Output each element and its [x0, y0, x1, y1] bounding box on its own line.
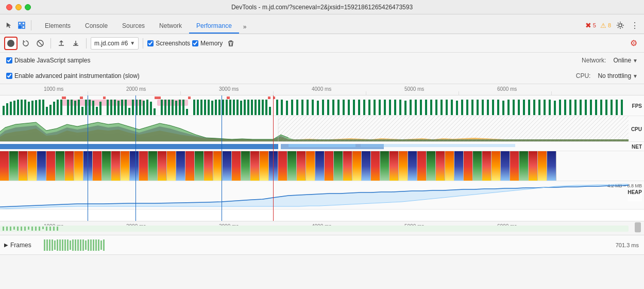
- cpu-dropdown[interactable]: No throttling ▼: [598, 72, 638, 79]
- more-options-icon[interactable]: ⋮: [630, 20, 640, 30]
- frame-thumbnail: [362, 151, 371, 181]
- svg-rect-141: [549, 100, 551, 115]
- frame-thumbnail: [445, 151, 454, 181]
- toolbar: m.jd.com #6 ▼ Screenshots Memory ⚙: [0, 34, 644, 53]
- svg-rect-134: [513, 100, 515, 115]
- reload-button[interactable]: [20, 37, 32, 50]
- record-button[interactable]: [4, 37, 18, 50]
- svg-rect-57: [154, 108, 156, 115]
- screenshots-checkbox[interactable]: [147, 40, 154, 46]
- svg-rect-155: [621, 100, 623, 115]
- heap-label: HEAP: [628, 189, 642, 201]
- frame-thumbnail: [111, 151, 121, 181]
- svg-rect-136: [523, 100, 525, 115]
- inspect-icon[interactable]: [16, 20, 27, 30]
- svg-rect-145: [569, 100, 571, 115]
- memory-checkbox[interactable]: [192, 40, 198, 46]
- memory-checkbox-label[interactable]: Memory: [192, 40, 223, 47]
- svg-rect-54: [143, 101, 145, 115]
- svg-rect-191: [80, 239, 81, 251]
- settings-icon[interactable]: [615, 20, 625, 30]
- scroll-right-icon[interactable]: [635, 222, 641, 234]
- minimize-button[interactable]: [15, 4, 22, 10]
- tab-more[interactable]: »: [239, 20, 251, 34]
- tab-sources[interactable]: Sources: [115, 19, 152, 34]
- network-dropdown[interactable]: Online ▼: [613, 57, 638, 64]
- disable-js-checkbox[interactable]: [6, 57, 12, 63]
- svg-rect-128: [482, 100, 484, 115]
- window-controls: [6, 4, 31, 10]
- tab-elements[interactable]: Elements: [38, 19, 78, 34]
- svg-rect-85: [262, 100, 264, 115]
- clear-button[interactable]: [34, 37, 46, 50]
- frame-thumbnail: [427, 151, 436, 181]
- net-track: NET: [0, 142, 644, 151]
- svg-rect-56: [150, 102, 152, 115]
- svg-rect-166: [24, 227, 26, 231]
- svg-rect-83: [255, 100, 257, 115]
- bottom-ruler: 1000 ms 2000 ms 3000 ms 4000 ms 5000 ms …: [0, 221, 644, 235]
- close-button[interactable]: [6, 4, 12, 10]
- svg-rect-172: [46, 227, 47, 231]
- svg-rect-26: [35, 100, 37, 115]
- svg-rect-162: [10, 227, 11, 231]
- warning-count: 8: [608, 22, 611, 28]
- options-row-2: Enable advanced paint instrumentation (s…: [0, 68, 644, 84]
- disable-js-checkbox-label[interactable]: Disable JavaScript samples: [6, 57, 90, 64]
- cpu-label: CPU:: [576, 72, 591, 79]
- svg-rect-29: [46, 107, 48, 115]
- tab-network[interactable]: Network: [152, 19, 189, 34]
- frame-thumbnail: [501, 151, 510, 181]
- svg-rect-86: [265, 100, 267, 115]
- svg-rect-173: [49, 227, 51, 231]
- svg-rect-9: [103, 97, 106, 99]
- svg-rect-39: [85, 100, 87, 115]
- svg-rect-199: [100, 240, 102, 250]
- enable-paint-checkbox[interactable]: [6, 73, 12, 79]
- profile-selector[interactable]: m.jd.com #6 ▼: [91, 37, 139, 50]
- svg-rect-62: [175, 101, 177, 115]
- upload-icon[interactable]: [55, 37, 67, 50]
- download-icon[interactable]: [70, 37, 82, 50]
- svg-rect-178: [46, 239, 48, 251]
- frame-thumbnail: [492, 151, 501, 181]
- svg-rect-91: [291, 100, 293, 115]
- fps-track: FPS // We'll inline the SVG bars using a…: [0, 95, 644, 116]
- maximize-button[interactable]: [25, 4, 31, 10]
- svg-rect-17: [3, 106, 5, 115]
- svg-rect-65: [186, 109, 188, 115]
- svg-rect-102: [348, 100, 350, 115]
- frame-thumbnail: [93, 151, 102, 181]
- performance-settings-icon[interactable]: ⚙: [628, 37, 640, 50]
- toolbar-icons: [4, 20, 33, 34]
- enable-paint-checkbox-label[interactable]: Enable advanced paint instrumentation (s…: [6, 72, 140, 79]
- frame-thumbnail: [519, 151, 529, 181]
- screenshots-checkbox-label[interactable]: Screenshots: [147, 40, 190, 47]
- frame-thumbnail: [334, 151, 343, 181]
- svg-rect-142: [554, 101, 556, 115]
- svg-rect-101: [343, 100, 345, 115]
- svg-rect-177: [44, 239, 45, 251]
- range-selector[interactable]: [0, 221, 644, 235]
- tab-console[interactable]: Console: [78, 19, 115, 34]
- frame-thumbnail: [482, 151, 492, 181]
- frames-screenshots-track: [0, 151, 644, 181]
- trash-icon[interactable]: [225, 37, 237, 50]
- frame-thumbnail: [529, 151, 538, 181]
- svg-rect-51: [132, 100, 134, 115]
- svg-rect-13: [268, 97, 270, 99]
- svg-rect-19: [10, 102, 12, 115]
- tab-performance[interactable]: Performance: [189, 19, 239, 34]
- svg-rect-184: [62, 239, 63, 251]
- svg-rect-22: [21, 100, 23, 115]
- svg-rect-133: [507, 100, 510, 115]
- svg-rect-70: [208, 100, 210, 115]
- svg-rect-88: [276, 100, 278, 115]
- svg-rect-190: [77, 239, 79, 251]
- svg-rect-24: [28, 102, 30, 115]
- frames-expand-button[interactable]: ▶ Frames: [4, 242, 31, 249]
- svg-rect-31: [53, 102, 55, 115]
- svg-rect-129: [487, 100, 489, 115]
- svg-rect-96: [317, 101, 319, 115]
- cursor-icon[interactable]: [4, 20, 14, 30]
